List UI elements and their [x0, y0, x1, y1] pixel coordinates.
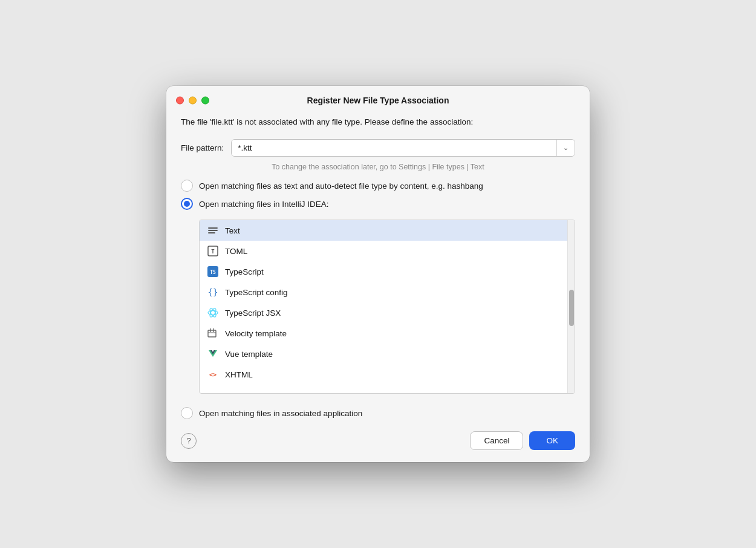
- list-item[interactable]: Vue template: [200, 344, 567, 364]
- typescript-icon: TS: [207, 266, 219, 278]
- radio-option2-label: Open matching files in IntelliJ IDEA:: [199, 200, 329, 209]
- scrollbar-track[interactable]: [567, 220, 575, 393]
- svg-text:{}: {}: [208, 287, 218, 297]
- description-text: The file 'file.ktt' is not associated wi…: [181, 116, 575, 128]
- file-pattern-input-wrapper: ⌄: [231, 139, 575, 157]
- list-item-label: TypeScript config: [225, 288, 288, 297]
- list-item[interactable]: T TOML: [200, 241, 567, 261]
- list-item-label: Text: [225, 226, 240, 235]
- svg-point-9: [208, 311, 218, 315]
- list-item-label: TypeScript JSX: [225, 308, 281, 318]
- scrollbar-thumb[interactable]: [569, 290, 574, 326]
- list-item-label: XHTML: [225, 370, 253, 379]
- maximize-button[interactable]: [201, 96, 209, 104]
- traffic-lights: [176, 93, 209, 104]
- radio-option2-button[interactable]: [181, 198, 193, 210]
- chevron-down-icon: ⌄: [563, 144, 569, 152]
- dialog-content: The file 'file.ktt' is not associated wi…: [166, 111, 590, 462]
- buttons-row: ? Cancel OK: [181, 431, 575, 450]
- list-item[interactable]: Text: [200, 220, 567, 241]
- radio-option1-button[interactable]: [181, 180, 193, 192]
- list-item-label: Velocity template: [225, 329, 287, 338]
- svg-rect-12: [208, 330, 216, 337]
- file-pattern-dropdown-button[interactable]: ⌄: [556, 140, 575, 156]
- svg-text:<>: <>: [209, 371, 217, 378]
- cancel-button[interactable]: Cancel: [470, 431, 523, 450]
- typescript-jsx-icon: [207, 307, 219, 319]
- file-pattern-input[interactable]: [232, 140, 556, 156]
- list-item-label: TypeScript: [225, 267, 264, 276]
- radio-option3-label: Open matching files in associated applic…: [199, 409, 362, 418]
- file-pattern-label: File pattern:: [181, 143, 224, 152]
- radio-option1-label: Open matching files as text and auto-det…: [199, 181, 483, 191]
- file-pattern-row: File pattern: ⌄: [181, 139, 575, 157]
- close-button[interactable]: [176, 96, 184, 104]
- list-item[interactable]: TS TypeScript: [200, 261, 567, 282]
- svg-text:T: T: [211, 249, 215, 255]
- radio-option1[interactable]: Open matching files as text and auto-det…: [181, 180, 575, 192]
- hint-text: To change the association later, go to S…: [181, 163, 575, 171]
- svg-text:TS: TS: [210, 270, 216, 275]
- list-item-label: TOML: [225, 247, 247, 256]
- button-group: Cancel OK: [470, 431, 575, 450]
- xhtml-icon: <>: [207, 368, 219, 380]
- radio-option2-inner: [184, 201, 190, 207]
- register-file-type-dialog: Register New File Type Association The f…: [166, 86, 590, 462]
- radio-option2[interactable]: Open matching files in IntelliJ IDEA:: [181, 198, 575, 210]
- list-item[interactable]: Velocity template: [200, 323, 567, 344]
- radio-group: Open matching files as text and auto-det…: [181, 180, 575, 419]
- dialog-title: Register New File Type Association: [307, 96, 449, 105]
- help-button[interactable]: ?: [181, 433, 197, 449]
- title-bar: Register New File Type Association: [166, 86, 590, 111]
- toml-icon: T: [207, 245, 219, 257]
- list-item[interactable]: {} TypeScript config: [200, 282, 567, 302]
- radio-option3-button[interactable]: [181, 407, 193, 419]
- typescript-config-icon: {}: [207, 286, 219, 298]
- file-type-list-container: Text T TOML: [199, 220, 575, 394]
- list-item[interactable]: <> XHTML: [200, 364, 567, 385]
- file-type-list: Text T TOML: [200, 220, 567, 393]
- vue-icon: [207, 348, 219, 360]
- text-icon: [207, 224, 219, 236]
- ok-button[interactable]: OK: [529, 431, 575, 450]
- minimize-button[interactable]: [189, 96, 197, 104]
- list-item[interactable]: TypeScript JSX: [200, 302, 567, 323]
- list-item-label: Vue template: [225, 350, 273, 359]
- radio-option3[interactable]: Open matching files in associated applic…: [181, 407, 575, 419]
- velocity-icon: [207, 327, 219, 339]
